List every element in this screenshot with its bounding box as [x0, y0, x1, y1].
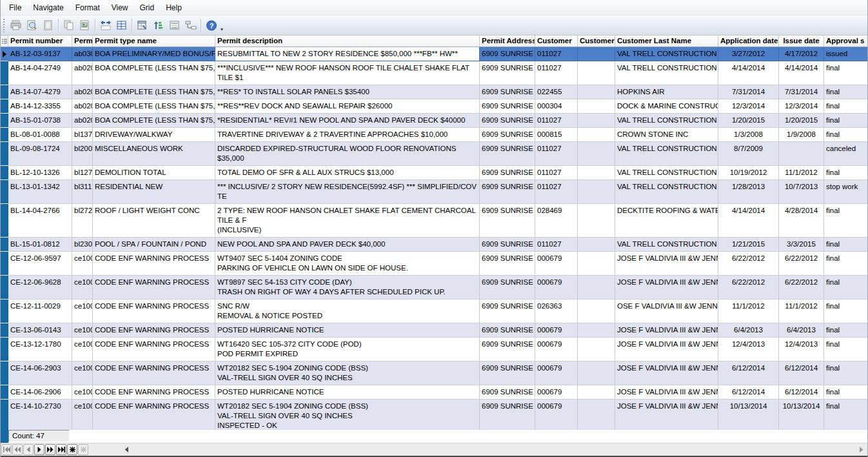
cell-approval[interactable]: final: [824, 128, 867, 142]
cell-permit_number[interactable]: AB-14-12-3355: [8, 99, 72, 114]
cell-approval[interactable]: final: [824, 323, 867, 338]
cell-customer2[interactable]: [578, 361, 615, 385]
cell-last_name[interactable]: HOPKINS AIR: [615, 85, 718, 99]
cell-address[interactable]: 6909 SUNRISE TE: [480, 128, 535, 142]
last-record-button[interactable]: [56, 444, 66, 455]
cell-customer2[interactable]: [578, 323, 615, 338]
cell-issue_date[interactable]: 6/22/2012: [779, 276, 824, 300]
row-selector[interactable]: [1, 180, 8, 204]
cell-customer[interactable]: 011027: [535, 47, 578, 61]
cell-type_name[interactable]: BOA COMPLETE (LESS THAN $75,00: [93, 61, 215, 85]
list-view-icon[interactable]: [166, 17, 182, 33]
table-row[interactable]: BL-13-01-1342bl311RESIDENTIAL NEW*** INC…: [1, 180, 867, 204]
cell-last_name[interactable]: JOSE F VALDIVIA III &W JENN: [615, 276, 718, 300]
cell-customer2[interactable]: [578, 114, 615, 128]
fit-width-icon[interactable]: [97, 17, 113, 33]
table-row[interactable]: CE-14-10-2730ce100CODE ENF WARNING PROCE…: [1, 400, 867, 430]
cell-description[interactable]: *RESIDENTIAL* REV#1 NEW POOL AND SPA AND…: [215, 114, 480, 128]
cell-description[interactable]: NEW POOL AND SPA AND PAVER DECK $40,000: [215, 238, 480, 252]
cell-approval[interactable]: final: [824, 204, 867, 238]
cell-permit_number[interactable]: AB-12-03-9137: [8, 47, 72, 61]
table-row[interactable]: CE-13-06-0143ce100CODE ENF WARNING PROCE…: [1, 323, 867, 338]
cell-address[interactable]: 6909 SUNRISE TE: [480, 338, 535, 361]
cell-permit_code[interactable]: bl230: [72, 238, 93, 252]
cell-customer[interactable]: 011027: [535, 114, 578, 128]
cell-description[interactable]: WT20182 SEC 5-1904 ZONING CODE (BSS) VAL…: [215, 361, 480, 385]
row-selector[interactable]: [1, 99, 8, 114]
cell-description[interactable]: WT9897 SEC 54-153 CITY CODE (DAY) TRASH …: [215, 276, 480, 300]
column-header-description[interactable]: Permit description: [215, 36, 480, 46]
cell-customer[interactable]: 000679: [535, 276, 578, 300]
cell-approval[interactable]: final: [824, 338, 867, 361]
cell-permit_number[interactable]: BL-08-01-0088: [8, 128, 72, 142]
cell-customer[interactable]: 000679: [535, 323, 578, 338]
cell-type_name[interactable]: DRIVEWAY/WALKWAY: [93, 128, 215, 142]
cell-customer[interactable]: 000679: [535, 361, 578, 385]
cell-customer[interactable]: 028469: [535, 204, 578, 238]
row-selector[interactable]: [1, 85, 8, 99]
cell-customer[interactable]: 022455: [535, 85, 578, 99]
cell-customer[interactable]: 011027: [535, 142, 578, 166]
cell-permit_number[interactable]: AB-15-01-0738: [8, 114, 72, 128]
cell-type_name[interactable]: CODE ENF WARNING PROCESS: [93, 338, 215, 361]
cell-address[interactable]: 6909 SUNRISE TE: [480, 47, 535, 61]
row-selector[interactable]: [1, 204, 8, 238]
cell-approval[interactable]: final: [824, 99, 867, 114]
column-header-application_date[interactable]: Application date: [718, 36, 779, 46]
cell-customer[interactable]: 026363: [535, 300, 578, 323]
cell-permit_code[interactable]: bl272: [72, 204, 93, 238]
cell-description[interactable]: ***INCLUSIVE*** NEW ROOF HANSON ROOF TIL…: [215, 61, 480, 85]
table-row[interactable]: BL-15-01-0812bl230POOL / SPA / FOUNTAIN …: [1, 238, 867, 252]
cell-last_name[interactable]: CROWN STONE INC: [615, 128, 718, 142]
current-row-indicator[interactable]: [1, 47, 8, 61]
cell-issue_date[interactable]: 12/4/2013: [779, 338, 824, 361]
cell-approval[interactable]: final: [824, 166, 867, 180]
cell-type_name[interactable]: CODE ENF WARNING PROCESS: [93, 323, 215, 338]
cell-address[interactable]: 6909 SUNRISE TE: [480, 99, 535, 114]
row-selector[interactable]: [1, 400, 8, 430]
cell-last_name[interactable]: DOCK & MARINE CONSTRUC: [615, 99, 718, 114]
cell-customer2[interactable]: [578, 300, 615, 323]
cell-description[interactable]: TOTAL DEMO OF SFR & ALL AUX STRUCS $13,0…: [215, 166, 480, 180]
cell-application_date[interactable]: 3/27/2012: [718, 47, 779, 61]
cell-issue_date[interactable]: 4/17/2012: [779, 47, 824, 61]
print-icon[interactable]: [8, 17, 24, 33]
cell-approval[interactable]: final: [824, 400, 867, 430]
cell-customer[interactable]: 000679: [535, 400, 578, 430]
cell-customer2[interactable]: [578, 400, 615, 430]
cell-address[interactable]: 6909 SUNRISE TE: [480, 276, 535, 300]
hierarchy-icon[interactable]: [182, 17, 199, 33]
cell-application_date[interactable]: 12/4/2013: [718, 338, 779, 361]
cell-customer2[interactable]: [578, 252, 615, 276]
cell-customer[interactable]: 000304: [535, 99, 578, 114]
new-record-button[interactable]: [67, 444, 77, 455]
cell-application_date[interactable]: 10/19/2012: [718, 166, 779, 180]
cell-last_name[interactable]: VAL TRELL CONSTRUCTION C(: [615, 61, 718, 85]
cell-permit_number[interactable]: CE-12-06-9628: [8, 276, 72, 300]
cell-permit_code[interactable]: bl200: [72, 142, 93, 166]
cell-approval[interactable]: issued: [824, 47, 867, 61]
cell-application_date[interactable]: 6/22/2012: [718, 252, 779, 276]
cell-description[interactable]: DISCARDED EXPIRED-STRUCTURAL WOOD FLOOR …: [215, 142, 480, 166]
find-icon[interactable]: [77, 17, 93, 33]
cell-type_name[interactable]: CODE ENF WARNING PROCESS: [93, 400, 215, 430]
cell-description[interactable]: RESUBMITTAL TO NEW 2 STORY RESIDENCE $85…: [215, 47, 480, 61]
next-record-button[interactable]: [34, 444, 44, 455]
cell-issue_date[interactable]: 3/3/2015: [779, 238, 824, 252]
cell-permit_number[interactable]: CE-13-12-1780: [8, 338, 72, 361]
cell-description[interactable]: *** INCLUSIVE/ 2 STORY NEW RESIDENCE(599…: [215, 180, 480, 204]
cell-description[interactable]: WT20182 SEC 5-1904 ZONING CODE (BSS) VAL…: [215, 400, 480, 430]
cell-approval[interactable]: final: [824, 252, 867, 276]
cell-permit_code[interactable]: ce100: [72, 338, 93, 361]
toolbar-overflow-caret[interactable]: ▾: [221, 26, 223, 35]
cell-permit_number[interactable]: BL-13-01-1342: [8, 180, 72, 204]
cell-address[interactable]: 6909 SUNRISE TE: [480, 166, 535, 180]
cell-issue_date[interactable]: 10/13/2014: [779, 400, 824, 430]
cell-permit_code[interactable]: ab020: [72, 114, 93, 128]
table-row[interactable]: CE-12-06-9597ce100CODE ENF WARNING PROCE…: [1, 252, 867, 276]
cell-application_date[interactable]: 1/3/2008: [718, 128, 779, 142]
cell-customer[interactable]: 011027: [535, 61, 578, 85]
cell-description[interactable]: POSTED HURRICANE NOTICE: [215, 385, 480, 400]
column-header-last_name[interactable]: Customer Last Name: [615, 36, 718, 46]
cell-type_name[interactable]: CODE ENF WARNING PROCESS: [93, 252, 215, 276]
